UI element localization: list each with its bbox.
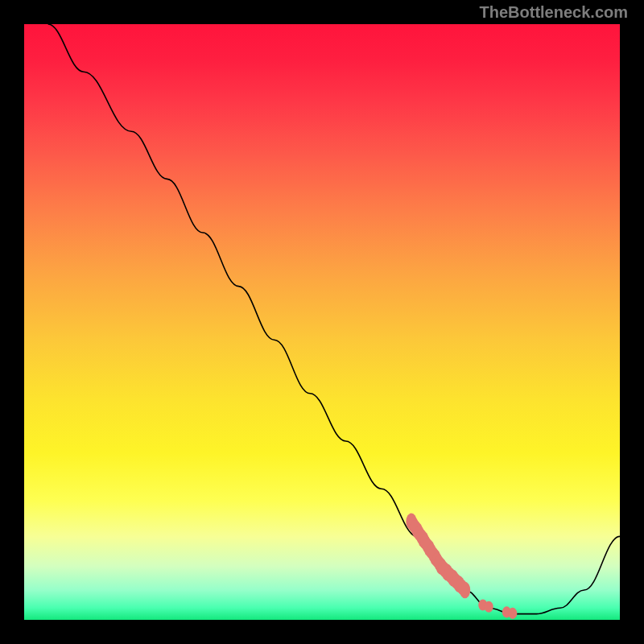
watermark-text: TheBottleneck.com [480,3,628,22]
highlight-marker-group [406,514,517,619]
chart-frame: TheBottleneck.com [0,0,644,644]
highlight-dot-isolated [485,601,493,613]
plot-area [24,24,620,620]
highlight-dot [458,580,469,596]
highlight-dot-isolated [508,608,517,619]
highlight-markers-svg [24,24,620,620]
